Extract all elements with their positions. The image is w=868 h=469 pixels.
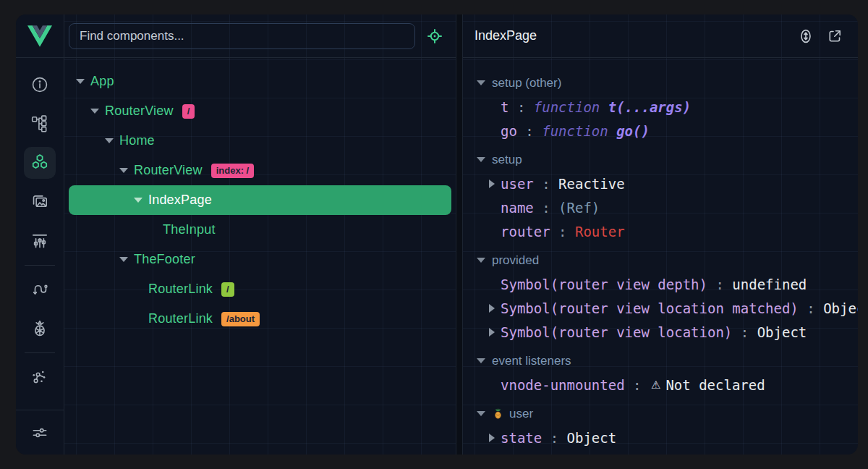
tree-row[interactable]: TheFooter <box>64 245 456 274</box>
state-key: getters <box>501 454 558 455</box>
tree-row[interactable]: RouterView / <box>64 96 456 126</box>
component-tree-panel: App RouterView / Home RouterView index: … <box>64 14 456 455</box>
state-section-header[interactable]: setup (other) <box>463 71 858 95</box>
expand-toggle-icon[interactable] <box>105 137 114 145</box>
route-badge: /about <box>221 312 260 326</box>
state-row[interactable]: getters : Object <box>463 449 858 455</box>
state-row[interactable]: Symbol(router view depth) : undefined <box>463 272 858 296</box>
state-row[interactable]: t : function t(...args) <box>463 95 858 119</box>
colon-separator: : <box>732 324 757 340</box>
state-row[interactable]: Symbol(router view location) : Object <box>463 320 858 344</box>
component-name: RouterView <box>105 103 174 119</box>
tree-row[interactable]: IndexPage <box>69 185 451 215</box>
timeline-mixer-icon[interactable] <box>24 225 56 257</box>
open-in-editor-icon[interactable] <box>826 28 843 45</box>
colon-separator: : <box>542 430 566 446</box>
component-name: Home <box>119 133 155 148</box>
assets-images-icon[interactable] <box>24 186 56 218</box>
chevron-right-icon <box>489 434 495 442</box>
expand-toggle-icon[interactable] <box>119 255 128 264</box>
state-key: go <box>501 123 517 139</box>
section-label: setup (other) <box>492 76 561 90</box>
route-badge: / <box>182 104 195 119</box>
state-key: Symbol(router view depth) <box>501 276 707 292</box>
state-row[interactable]: router : Router <box>463 219 858 243</box>
state-row[interactable]: vnode-unmounted : ⚠ Not declared <box>463 373 858 397</box>
sidebar-divider <box>25 352 55 353</box>
target-crosshair-icon[interactable] <box>425 27 444 46</box>
state-section-header[interactable]: setup <box>463 148 858 172</box>
pineapple-icon <box>492 407 504 420</box>
state-row[interactable]: user : Reactive <box>463 172 858 195</box>
chevron-right-icon <box>489 179 495 188</box>
colon-separator: : <box>550 224 575 240</box>
colon-separator: : <box>534 200 558 216</box>
state-row[interactable]: name : (Ref) <box>463 195 858 219</box>
info-icon[interactable] <box>24 69 56 101</box>
state-value: Object <box>757 324 807 340</box>
expand-toggle-icon[interactable] <box>148 226 157 234</box>
tree-row[interactable]: RouterLink /about <box>64 304 456 334</box>
tree-row[interactable]: RouterLink / <box>64 274 456 304</box>
scroll-to-component-icon[interactable] <box>797 28 814 45</box>
pinia-pineapple-icon[interactable] <box>24 313 56 345</box>
component-name: RouterLink <box>148 282 213 297</box>
sidebar-nav <box>16 58 64 397</box>
tree-row[interactable]: App <box>64 67 456 96</box>
state-value: function t(...args) <box>534 99 691 115</box>
state-list: setup (other) t : function t(...args) go… <box>463 58 858 455</box>
state-value: Object <box>583 454 633 455</box>
component-tree: App RouterView / Home RouterView index: … <box>64 58 456 455</box>
expand-toggle-icon[interactable] <box>90 107 99 116</box>
panel-splitter[interactable] <box>456 14 462 455</box>
section-label: provided <box>492 253 539 268</box>
state-row[interactable]: Symbol(router view location matched) : O… <box>463 296 858 320</box>
chevron-down-icon <box>477 411 485 416</box>
tree-row[interactable]: TheInput <box>64 215 456 245</box>
state-value: Not declared <box>665 377 765 393</box>
graph-nodes-icon[interactable] <box>24 361 56 393</box>
router-hook-icon[interactable] <box>24 274 56 305</box>
expand-toggle-icon[interactable] <box>76 77 85 86</box>
chevron-right-icon <box>489 328 495 337</box>
tree-row[interactable]: Home <box>64 126 456 156</box>
state-value: Reactive <box>558 176 625 192</box>
components-hexagons-icon[interactable] <box>24 147 56 179</box>
colon-separator: : <box>625 377 650 393</box>
chevron-down-icon <box>477 157 485 162</box>
section-label: event listeners <box>492 354 571 368</box>
state-key: user <box>501 176 534 192</box>
warning-icon: ⚠ <box>651 379 660 392</box>
vue-logo[interactable] <box>16 14 64 58</box>
chevron-down-icon <box>477 258 485 263</box>
state-section-header[interactable]: user <box>463 402 858 426</box>
state-row[interactable]: go : function go() <box>463 119 858 143</box>
tree-structure-icon[interactable] <box>24 108 56 140</box>
chevron-down-icon <box>477 80 485 85</box>
route-badge: index: / <box>211 164 255 178</box>
state-value: Object <box>567 430 617 446</box>
colon-separator: : <box>509 99 533 115</box>
tree-row[interactable]: RouterView index: / <box>64 156 456 185</box>
expand-toggle-icon[interactable] <box>134 196 142 205</box>
expand-toggle-icon[interactable] <box>119 166 128 175</box>
search-input[interactable] <box>69 23 415 49</box>
vue-devtools-overlay: App RouterView / Home RouterView index: … <box>0 0 868 469</box>
colon-separator: : <box>534 176 558 192</box>
inspector-title: IndexPage <box>475 28 797 43</box>
settings-sliders-icon[interactable] <box>16 410 64 455</box>
expand-toggle-icon[interactable] <box>134 285 142 294</box>
chevron-right-icon <box>489 304 495 313</box>
state-section-header[interactable]: provided <box>463 248 858 272</box>
component-name: IndexPage <box>148 193 212 208</box>
state-section-header[interactable]: event listeners <box>463 349 858 373</box>
colon-separator: : <box>707 276 732 292</box>
expand-toggle-icon[interactable] <box>134 315 142 324</box>
inspector-panel: IndexPage setup (other) t : function t(.… <box>462 14 858 455</box>
section-label: setup <box>492 153 522 167</box>
component-name: RouterView <box>134 163 203 178</box>
section-label: user <box>509 407 533 421</box>
state-row[interactable]: state : Object <box>463 426 858 449</box>
state-key: state <box>501 430 542 446</box>
sidebar <box>16 14 64 455</box>
